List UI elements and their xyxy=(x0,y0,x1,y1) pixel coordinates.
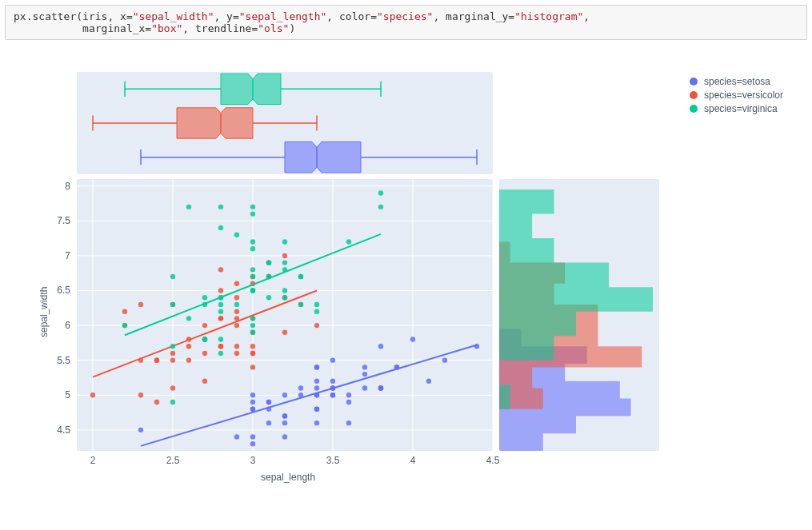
legend-item-2[interactable]: species=virginica xyxy=(690,103,783,114)
point[interactable] xyxy=(266,260,271,265)
point[interactable] xyxy=(250,205,255,209)
point[interactable] xyxy=(282,239,287,244)
point[interactable] xyxy=(138,302,143,307)
point[interactable] xyxy=(186,357,191,362)
point[interactable] xyxy=(234,323,239,328)
point[interactable] xyxy=(266,400,271,404)
point[interactable] xyxy=(282,420,287,425)
point[interactable] xyxy=(234,295,239,300)
point[interactable] xyxy=(330,357,335,362)
point[interactable] xyxy=(170,344,175,349)
point[interactable] xyxy=(234,344,239,349)
point[interactable] xyxy=(314,385,319,390)
point[interactable] xyxy=(234,233,239,237)
point[interactable] xyxy=(282,295,287,300)
point[interactable] xyxy=(282,260,287,265)
point[interactable] xyxy=(250,400,255,404)
point[interactable] xyxy=(250,365,255,369)
legend-item-0[interactable]: species=setosa xyxy=(690,76,783,87)
point[interactable] xyxy=(330,379,335,384)
point[interactable] xyxy=(314,420,319,425)
point[interactable] xyxy=(378,385,383,390)
point[interactable] xyxy=(298,302,303,307)
point[interactable] xyxy=(314,323,319,328)
point[interactable] xyxy=(250,344,255,349)
box-plot[interactable] xyxy=(93,108,317,138)
point[interactable] xyxy=(282,393,287,397)
point[interactable] xyxy=(250,246,255,251)
point[interactable] xyxy=(250,288,255,293)
point[interactable] xyxy=(234,281,239,286)
point[interactable] xyxy=(170,302,175,307)
point[interactable] xyxy=(362,385,367,390)
box-plot[interactable] xyxy=(141,141,477,172)
point[interactable] xyxy=(218,309,223,313)
point[interactable] xyxy=(250,434,255,439)
point[interactable] xyxy=(218,288,223,293)
point[interactable] xyxy=(250,406,255,411)
point[interactable] xyxy=(442,357,447,362)
point[interactable] xyxy=(218,344,223,349)
point[interactable] xyxy=(170,274,175,279)
point[interactable] xyxy=(202,323,207,328)
point[interactable] xyxy=(362,372,367,377)
point[interactable] xyxy=(218,267,223,272)
point[interactable] xyxy=(378,190,383,195)
point[interactable] xyxy=(314,302,319,307)
point[interactable] xyxy=(234,302,239,307)
point[interactable] xyxy=(298,274,303,279)
legend-item-1[interactable]: species=versicolor xyxy=(690,90,783,101)
point[interactable] xyxy=(250,239,255,244)
point[interactable] xyxy=(346,400,351,404)
point[interactable] xyxy=(234,351,239,356)
scatter-panel[interactable] xyxy=(77,179,493,451)
point[interactable] xyxy=(282,288,287,293)
point[interactable] xyxy=(170,400,175,404)
point[interactable] xyxy=(218,302,223,307)
marginal-x-box-panel[interactable] xyxy=(77,72,493,174)
point[interactable] xyxy=(218,316,223,321)
point[interactable] xyxy=(170,357,175,362)
point[interactable] xyxy=(138,393,143,397)
point[interactable] xyxy=(346,393,351,397)
point[interactable] xyxy=(170,385,175,390)
point[interactable] xyxy=(186,205,191,209)
point[interactable] xyxy=(234,434,239,439)
point[interactable] xyxy=(218,351,223,356)
point[interactable] xyxy=(250,330,255,335)
marginal-y-hist-panel[interactable] xyxy=(499,179,659,451)
point[interactable] xyxy=(378,344,383,349)
point[interactable] xyxy=(298,385,303,390)
point[interactable] xyxy=(250,267,255,272)
point[interactable] xyxy=(154,400,159,404)
point[interactable] xyxy=(314,309,319,313)
point[interactable] xyxy=(122,323,127,328)
point[interactable] xyxy=(282,413,287,418)
point[interactable] xyxy=(154,357,159,362)
point[interactable] xyxy=(202,337,207,341)
figure[interactable]: 22.533.544.54.555.566.577.58 sepal_width… xyxy=(5,50,807,513)
point[interactable] xyxy=(362,365,367,369)
point[interactable] xyxy=(202,379,207,384)
point[interactable] xyxy=(282,330,287,335)
point[interactable] xyxy=(346,239,351,244)
point[interactable] xyxy=(250,211,255,216)
point[interactable] xyxy=(346,420,351,425)
point[interactable] xyxy=(218,225,223,230)
point[interactable] xyxy=(378,205,383,209)
point[interactable] xyxy=(314,365,319,369)
box-plot[interactable] xyxy=(125,74,381,104)
point[interactable] xyxy=(218,337,223,341)
point[interactable] xyxy=(138,428,143,432)
point[interactable] xyxy=(250,351,255,356)
point[interactable] xyxy=(234,309,239,313)
point[interactable] xyxy=(426,379,431,384)
point[interactable] xyxy=(202,295,207,300)
point[interactable] xyxy=(218,205,223,209)
point[interactable] xyxy=(314,379,319,384)
point[interactable] xyxy=(282,253,287,258)
point[interactable] xyxy=(186,344,191,349)
point[interactable] xyxy=(314,406,319,411)
point[interactable] xyxy=(250,323,255,328)
point[interactable] xyxy=(90,393,95,397)
